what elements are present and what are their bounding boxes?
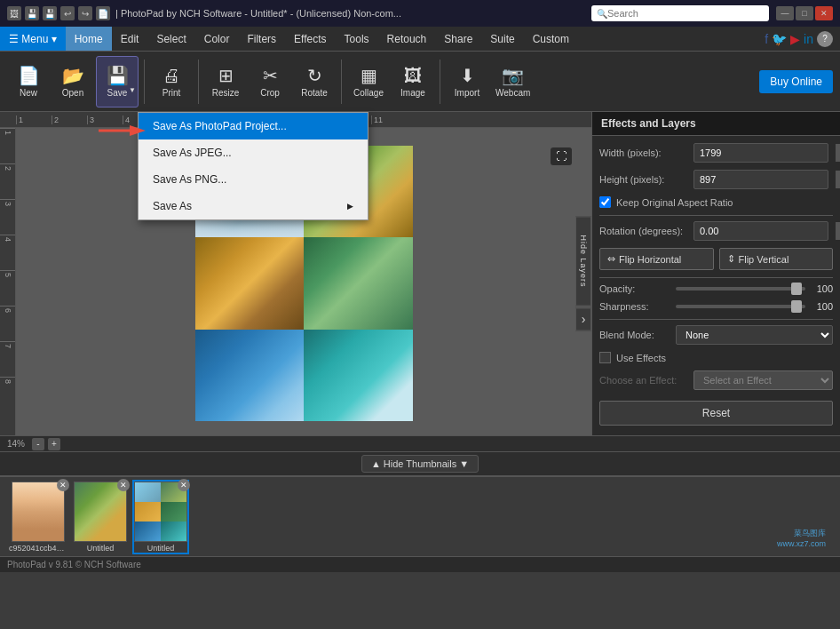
ruler-mark: 2 — [52, 115, 87, 124]
minimize-button[interactable]: — — [776, 6, 794, 20]
undo-icon-tb[interactable]: ↩ — [60, 6, 75, 20]
footer-text: PhotoPad v 9.81 © NCH Software — [7, 560, 141, 569]
collage-cell-3 — [195, 237, 305, 329]
height-up[interactable]: ▲ — [836, 171, 840, 179]
thumb-close-landscape[interactable]: ✕ — [117, 479, 130, 491]
save-icon-tb[interactable]: 💾 — [25, 6, 39, 20]
search-input[interactable] — [607, 8, 758, 19]
save-as-photopad-item[interactable]: Save As PhotoPad Project... — [139, 113, 368, 139]
width-up[interactable]: ▲ — [836, 144, 840, 153]
expand-button[interactable]: ⛶ — [551, 147, 572, 165]
tab-select[interactable]: Select — [147, 27, 194, 51]
search-box[interactable]: 🔍 — [591, 5, 769, 21]
tab-edit[interactable]: Edit — [112, 27, 148, 51]
save2-icon-tb[interactable]: 💾 — [43, 6, 57, 20]
zoom-level: 14% — [7, 439, 25, 449]
opacity-slider[interactable] — [676, 287, 805, 291]
flip-horizontal-button[interactable]: ⇔ Flip Horizontal — [599, 248, 714, 270]
thumbnail-portrait[interactable]: ✕ c952041ccb4a5c8... — [9, 482, 67, 553]
thumbnails-bar: ▲ Hide Thumbnails ▼ — [0, 451, 840, 476]
ruler-mark-v: 3 — [0, 199, 15, 235]
tab-filters[interactable]: Filters — [238, 27, 285, 51]
effect-select[interactable]: Select an Effect — [693, 370, 833, 390]
save-tool[interactable]: 💾 Save ▼ — [96, 56, 139, 107]
tab-tools[interactable]: Tools — [336, 27, 378, 51]
sharpness-row: Sharpness: 100 — [599, 301, 833, 312]
ruler-mark: 1 — [16, 115, 52, 124]
choose-effect-row: Choose an Effect: Select an Effect — [599, 370, 833, 390]
sharpness-value: 100 — [811, 301, 833, 312]
maximize-button[interactable]: □ — [796, 6, 813, 20]
resize-icon: ⊞ — [218, 65, 234, 86]
save-as-png-item[interactable]: Save As PNG... — [139, 166, 368, 193]
redo-icon-tb[interactable]: ↪ — [78, 6, 92, 20]
tab-retouch[interactable]: Retouch — [378, 27, 436, 51]
expand-layers-btn[interactable]: › — [575, 308, 591, 331]
flip-buttons: ⇔ Flip Horizontal ⇕ Flip Vertical — [599, 248, 833, 270]
footer: PhotoPad v 9.81 © NCH Software 菜鸟图库 www.… — [0, 556, 840, 572]
ruler-mark-v: 1 — [0, 128, 15, 163]
height-input[interactable] — [693, 170, 828, 189]
hide-thumbnails-button[interactable]: ▲ Hide Thumbnails ▼ — [361, 455, 479, 473]
close-button[interactable]: ✕ — [815, 6, 833, 20]
width-input[interactable] — [693, 143, 828, 163]
thumb-close-collage[interactable]: ✕ — [178, 479, 190, 491]
ruler-vertical: 1 2 3 4 5 6 7 8 — [0, 128, 16, 435]
save-as-item[interactable]: Save As — [139, 193, 368, 219]
status-bar: 14% - + — [0, 435, 840, 451]
zoom-in-button[interactable]: + — [48, 438, 60, 450]
rotate-icon: ↻ — [307, 65, 322, 86]
ruler-mark-v: 2 — [0, 163, 15, 199]
watermark: 菜鸟图库 www.xz7.com — [777, 528, 826, 548]
save-icon: 💾 — [107, 65, 129, 86]
print-tool[interactable]: 🖨 Print — [150, 56, 193, 107]
tab-effects[interactable]: Effects — [285, 27, 335, 51]
width-down[interactable]: ▼ — [836, 153, 840, 162]
buy-online-button[interactable]: Buy Online — [759, 70, 833, 93]
aspect-ratio-label: Keep Original Aspect Ratio — [616, 197, 733, 208]
open-tool[interactable]: 📂 Open — [52, 56, 94, 107]
tab-color[interactable]: Color — [195, 27, 239, 51]
rotation-input[interactable] — [693, 221, 828, 241]
reset-button[interactable]: Reset — [599, 401, 833, 426]
facebook-icon: f — [765, 32, 768, 46]
hide-layers-container: Hide Layers › — [575, 216, 591, 330]
collage-tool[interactable]: ▦ Collage — [347, 56, 390, 107]
thumbnail-collage[interactable]: ✕ Untitled — [134, 482, 187, 553]
tab-home[interactable]: Home — [66, 27, 112, 51]
crop-tool[interactable]: ✂ Crop — [249, 56, 291, 107]
rotate-tool[interactable]: ↻ Rotate — [293, 56, 336, 107]
menu-button[interactable]: ☰ Menu ▾ — [0, 27, 66, 51]
import-tool[interactable]: ⬇ Import — [446, 56, 488, 107]
panel-title: Effects and Layers — [592, 112, 840, 136]
resize-tool[interactable]: ⊞ Resize — [204, 56, 247, 107]
aspect-ratio-checkbox[interactable] — [599, 196, 611, 208]
hide-layers-tab[interactable]: Hide Layers — [575, 216, 591, 306]
thumb-close-portrait[interactable]: ✕ — [57, 479, 69, 491]
new-tool[interactable]: 📄 New — [7, 56, 50, 107]
tab-suite[interactable]: Suite — [481, 27, 523, 51]
flip-vertical-button[interactable]: ⇕ Flip Vertical — [719, 248, 834, 270]
height-down[interactable]: ▼ — [836, 179, 840, 188]
linkedin-icon: in — [804, 32, 813, 46]
image-label: Image — [400, 88, 425, 98]
sharpness-slider[interactable] — [676, 305, 805, 308]
rotation-down[interactable]: ▼ — [836, 231, 840, 240]
use-effects-checkbox[interactable] — [599, 352, 611, 363]
doc-icon-tb[interactable]: 📄 — [96, 6, 110, 20]
thumb-label-portrait: c952041ccb4a5c8... — [9, 544, 67, 553]
collage-icon: ▦ — [361, 65, 377, 86]
thumbnail-landscape[interactable]: ✕ Untitled — [74, 482, 127, 553]
save-as-jpeg-item[interactable]: Save As JPEG... — [139, 139, 368, 166]
blend-mode-select[interactable]: None Multiply Screen Overlay — [676, 325, 833, 345]
collage-label: Collage — [353, 88, 384, 98]
help-button[interactable]: ? — [817, 31, 833, 47]
image-tool[interactable]: 🖼 Image — [392, 56, 434, 107]
zoom-out-button[interactable]: - — [32, 438, 44, 450]
tab-custom[interactable]: Custom — [524, 27, 578, 51]
aspect-ratio-row: Keep Original Aspect Ratio — [599, 196, 833, 208]
width-row: Width (pixels): ▲ ▼ — [599, 143, 833, 163]
webcam-tool[interactable]: 📷 Webcam — [490, 56, 535, 107]
rotation-up[interactable]: ▲ — [836, 222, 840, 231]
tab-share[interactable]: Share — [435, 27, 481, 51]
